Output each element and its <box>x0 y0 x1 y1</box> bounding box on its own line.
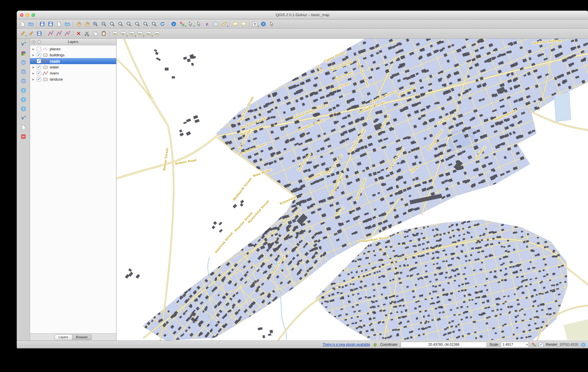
render-checkbox[interactable] <box>539 343 543 347</box>
add-delimited-text-layer-button[interactable] <box>19 123 28 131</box>
pan-to-selection-button[interactable] <box>83 20 91 28</box>
help-contents-button[interactable] <box>259 20 267 28</box>
layers-panel-title: Layers <box>30 40 116 44</box>
deselect-features-button[interactable] <box>195 20 203 28</box>
add-wms-layer-button[interactable] <box>19 86 28 94</box>
zoom-native-button[interactable] <box>108 20 116 28</box>
identify-features-button[interactable] <box>170 20 178 28</box>
point-geometry-icon <box>42 47 48 51</box>
show-hide-labels-button[interactable]: ▾ <box>145 30 153 38</box>
zoom-full-button[interactable] <box>117 20 125 28</box>
measure-button[interactable]: ▾ <box>220 20 228 28</box>
new-project-button[interactable] <box>19 20 27 28</box>
expander-icon[interactable] <box>32 60 35 63</box>
expander-icon[interactable] <box>32 78 35 81</box>
composer-manager-button[interactable] <box>63 20 71 28</box>
add-postgis-layer-button[interactable] <box>19 59 28 67</box>
run-feature-action-button[interactable]: ▾ <box>178 20 186 28</box>
polygon-geometry-icon <box>42 77 48 81</box>
new-bookmark-button[interactable] <box>240 20 248 28</box>
select-features-button[interactable]: ▾ <box>186 20 195 28</box>
layer-item-buildings[interactable]: buildings <box>30 52 116 58</box>
panel-tabs: LayersBrowser <box>30 333 116 341</box>
add-vector-layer-button[interactable] <box>19 40 28 48</box>
current-edits-button[interactable]: ▾ <box>19 30 27 38</box>
paste-features-button[interactable] <box>100 30 108 38</box>
render-stop-icon[interactable] <box>531 342 536 347</box>
refresh-map-button[interactable] <box>158 20 167 28</box>
node-tool-button[interactable] <box>63 30 71 38</box>
layer-item-landuse[interactable]: landuse <box>30 76 116 82</box>
open-project-button[interactable] <box>27 20 35 28</box>
save-project-as-button[interactable] <box>47 20 55 28</box>
move-label-button[interactable]: ▾ <box>119 30 127 38</box>
layer-visibility-checkbox[interactable] <box>37 71 41 75</box>
polygon-geometry-icon <box>42 53 48 57</box>
layer-visibility-checkbox[interactable] <box>37 53 41 57</box>
expander-icon[interactable] <box>32 66 35 69</box>
text-annotation-button[interactable]: ▾ <box>251 20 259 28</box>
open-project-icon <box>28 21 34 27</box>
zoom-to-layer-button[interactable] <box>133 20 141 28</box>
expander-icon[interactable] <box>32 72 35 75</box>
layer-visibility-checkbox[interactable] <box>37 77 41 81</box>
coordinate-input[interactable] <box>401 342 487 347</box>
layer-item-water[interactable]: water <box>30 64 116 70</box>
pan-map-button[interactable] <box>75 20 83 28</box>
expander-icon[interactable] <box>32 54 35 57</box>
new-print-composer-button[interactable] <box>55 20 63 28</box>
layer-item-rivers[interactable]: rivers <box>30 70 116 76</box>
coordinate-label: Coordinate: <box>380 343 398 347</box>
show-statistics-button[interactable] <box>203 20 211 28</box>
layer-label: water <box>50 65 59 69</box>
zoom-last-icon <box>143 21 149 27</box>
layer-visibility-checkbox[interactable] <box>37 59 41 63</box>
zoom-button[interactable] <box>32 13 35 17</box>
add-spatialite-layer-button[interactable] <box>19 68 28 76</box>
cut-features-button[interactable] <box>83 30 91 38</box>
pin-labels-button[interactable]: ▾ <box>136 30 144 38</box>
rotate-label-button[interactable]: ▾ <box>128 30 136 38</box>
add-mssql-layer-button[interactable] <box>19 77 28 85</box>
copy-features-button[interactable] <box>91 30 99 38</box>
labeling-button[interactable] <box>111 30 119 38</box>
zoom-to-selection-button[interactable] <box>125 20 133 28</box>
new-shapefile-layer-button[interactable] <box>19 114 28 122</box>
close-button[interactable] <box>20 13 23 17</box>
expander-icon[interactable] <box>32 48 35 51</box>
change-label-button[interactable] <box>153 30 161 38</box>
zoom-in-button[interactable] <box>91 20 99 28</box>
line-geometry-icon <box>42 71 48 75</box>
add-wcs-layer-button[interactable] <box>19 96 28 104</box>
layer-item-places[interactable]: places <box>30 46 116 52</box>
panel-tab-browser[interactable]: Browser <box>72 334 92 340</box>
layer-visibility-checkbox[interactable] <box>37 47 41 51</box>
whats-this-button[interactable] <box>268 20 276 28</box>
combo-arrows-icon <box>526 343 528 346</box>
layer-visibility-checkbox[interactable] <box>37 65 41 69</box>
remove-layer-button[interactable] <box>19 133 28 141</box>
save-project-button[interactable] <box>38 20 46 28</box>
panel-tab-layers[interactable]: Layers <box>55 334 72 340</box>
minimize-button[interactable] <box>26 13 29 17</box>
show-bookmarks-button[interactable] <box>231 20 239 28</box>
manage-layers-toolbar <box>17 39 30 341</box>
add-feature-button[interactable] <box>47 30 55 38</box>
layer-item-roads[interactable]: roads <box>30 58 116 64</box>
crs-settings-icon[interactable] <box>581 342 586 347</box>
zoom-out-button[interactable] <box>100 20 108 28</box>
add-raster-layer-button[interactable] <box>19 49 28 57</box>
dropdown-arrow-icon: ▾ <box>135 35 136 37</box>
add-wfs-layer-button[interactable] <box>19 105 28 113</box>
layer-label: buildings <box>50 53 64 57</box>
move-feature-button[interactable] <box>55 30 63 38</box>
map-canvas[interactable]: Geelhout AvenueCypres StreetKosani Stree… <box>117 39 588 341</box>
plugin-available-link[interactable]: There is a new plugin available <box>322 343 370 347</box>
save-layer-edits-button[interactable] <box>35 30 43 38</box>
zoom-last-button[interactable] <box>142 20 150 28</box>
open-attribute-table-button[interactable] <box>212 20 220 28</box>
scale-combo[interactable]: 1:4917 <box>501 342 529 347</box>
zoom-next-button[interactable] <box>150 20 158 28</box>
toggle-editing-button[interactable] <box>27 30 35 38</box>
delete-selected-button[interactable] <box>75 30 83 38</box>
